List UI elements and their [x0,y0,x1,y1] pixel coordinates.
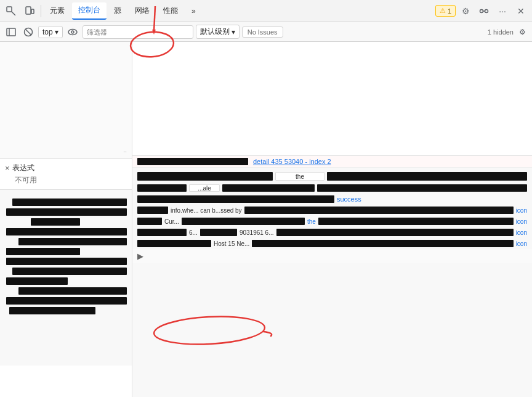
tab-more-label: » [191,7,196,15]
more-dots-label: ··· [499,6,506,16]
tab-elements[interactable]: 元素 [44,2,71,20]
expand-row: ▶ [132,249,532,263]
console-settings-icon[interactable]: ⚙ [516,26,528,38]
expression-label: 表达式 [12,163,34,173]
tab-network[interactable]: 网络 [129,2,156,20]
collapse-sidebar-icon[interactable] [4,25,18,39]
expression-header: × 表达式 [5,163,127,173]
console-line-1: detail 435 53040 - index 2 [132,156,532,168]
svg-rect-1 [26,7,31,14]
chevron-down-icon: ▾ [55,28,58,36]
expand-arrow-icon[interactable]: ▶ [137,252,143,261]
console-output-area: detail 435 53040 - index 2 the ...ale [132,156,532,397]
console-link-2[interactable]: success [337,195,361,203]
svg-line-9 [25,29,31,35]
console-link-3[interactable]: icon [516,207,527,214]
console-link-6[interactable]: icon [516,229,527,236]
clear-console-icon[interactable] [21,25,36,39]
tab-network-label: 网络 [135,6,150,16]
close-label: ✕ [517,6,525,16]
warning-icon: ⚠ [440,7,446,15]
tab-console-label: 控制台 [78,5,100,15]
context-selector[interactable]: top ▾ [38,26,63,38]
close-devtools-icon[interactable]: ✕ [512,2,530,20]
console-link-1[interactable]: detail 435 53040 - index 2 [253,158,331,165]
device-toggle-icon[interactable] [21,2,38,20]
expression-value: 不可用 [5,175,127,186]
console-blank-area [132,42,532,156]
context-value: top [42,28,53,36]
tab-performance-label: 性能 [163,6,178,16]
console-link-7[interactable]: icon [516,240,527,247]
console-toolbar: top ▾ 默认级别 ▾ No Issues 1 hidden ⚙ [0,22,532,42]
no-issues-badge: No Issues [242,27,283,38]
level-label: 默认级别 [200,27,230,37]
no-issues-text: No Issues [248,28,278,36]
expression-panel: × 表达式 不可用 [0,159,132,190]
log-level-selector[interactable]: 默认级别 ▾ [196,25,240,39]
svg-point-10 [68,29,77,35]
eye-icon[interactable] [65,25,80,39]
inspect-icon[interactable] [2,2,20,20]
warning-badge[interactable]: ⚠ 1 [435,5,456,17]
svg-rect-6 [7,28,15,36]
tab-more[interactable]: » [185,2,202,20]
devtools-top-toolbar: 元素 控制台 源 网络 性能 » ⚠ 1 ⚙ ··· ✕ [0,0,532,22]
hidden-count-badge: 1 hidden [488,28,514,36]
svg-rect-0 [7,7,12,12]
tab-elements-label: 元素 [50,6,65,16]
warning-count: 1 [448,7,451,15]
left-panel-redacted [0,190,132,366]
expression-close-icon[interactable]: × [5,163,10,173]
settings-icon[interactable]: ⚙ [457,2,474,20]
tab-console[interactable]: 控制台 [72,2,107,20]
right-panel: detail 435 53040 - index 2 the ...ale [132,42,532,397]
divider-1 [41,5,41,17]
gear-icon: ⚙ [462,6,470,16]
filter-input[interactable] [83,25,193,39]
svg-point-11 [71,31,74,33]
console-link-4[interactable]: the [307,218,316,225]
svg-point-4 [485,9,488,12]
main-content: .. × 表达式 不可用 [0,42,532,397]
connections-icon[interactable] [475,2,493,20]
console-link-5[interactable]: icon [516,218,527,225]
svg-rect-2 [31,9,34,14]
left-panel: .. × 表达式 不可用 [0,42,132,397]
redacted-block-main: the ...ale success [132,170,532,263]
tab-performance[interactable]: 性能 [157,2,184,20]
left-panel-preview: .. [0,42,132,159]
svg-point-3 [480,9,483,12]
ellipsis-text: .. [123,146,127,153]
white-patch-text: the [296,173,304,180]
tab-sources[interactable]: 源 [108,2,127,20]
hidden-count-text: 1 hidden [488,28,514,36]
level-chevron-icon: ▾ [232,28,235,36]
more-options-icon[interactable]: ··· [494,2,511,20]
info-text-1: info.whe... can b...ssed by [171,207,242,214]
tab-sources-label: 源 [114,6,121,16]
